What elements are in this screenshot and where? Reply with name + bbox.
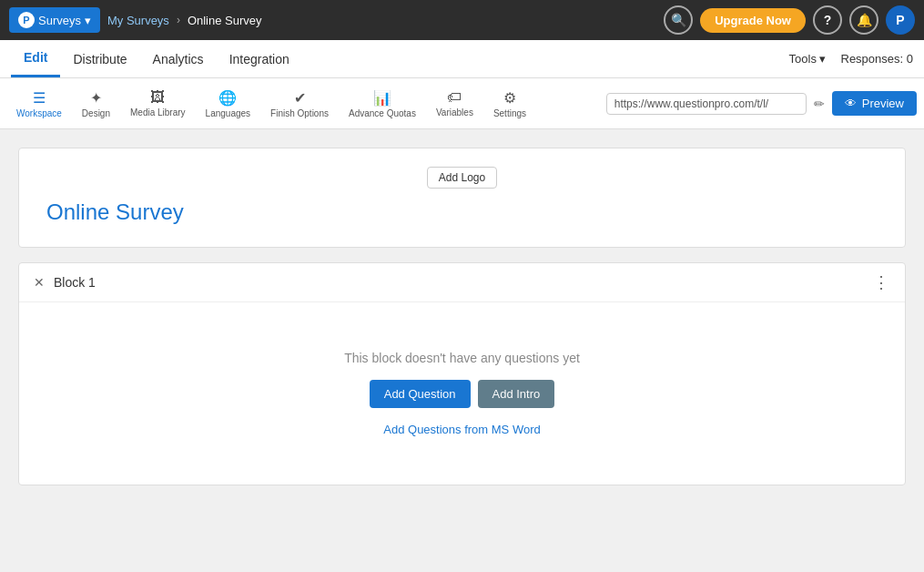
- help-icon: ?: [824, 13, 832, 27]
- top-nav-left: P Surveys ▾ My Surveys › Online Survey: [9, 7, 262, 33]
- finish-options-icon: ✔: [294, 89, 306, 107]
- responses-count: Responses: 0: [841, 52, 914, 66]
- block-header-left: ✕ Block 1: [34, 275, 96, 290]
- settings-icon: ⚙: [503, 89, 516, 107]
- languages-icon: 🌐: [218, 89, 237, 107]
- toolbar-right: ✏ 👁 Preview: [606, 91, 917, 116]
- design-label: Design: [82, 108, 110, 118]
- tab-analytics[interactable]: Analytics: [140, 40, 217, 77]
- dropdown-arrow-icon: ▾: [85, 14, 91, 27]
- help-button[interactable]: ?: [813, 5, 842, 35]
- eye-icon: 👁: [845, 97, 857, 110]
- add-intro-button[interactable]: Add Intro: [478, 380, 555, 408]
- tools-button[interactable]: Tools ▾: [789, 52, 827, 66]
- surveys-dropdown-button[interactable]: P Surveys ▾: [9, 7, 100, 33]
- empty-block-message: This block doesn't have any questions ye…: [344, 351, 580, 365]
- second-nav-right: Tools ▾ Responses: 0: [789, 52, 913, 66]
- settings-label: Settings: [493, 108, 526, 118]
- tab-distribute[interactable]: Distribute: [60, 40, 139, 77]
- bell-icon: 🔔: [857, 13, 872, 27]
- surveys-logo: P: [18, 12, 35, 28]
- search-button[interactable]: 🔍: [664, 5, 693, 35]
- preview-label: Preview: [862, 97, 904, 110]
- survey-url-input[interactable]: [606, 93, 807, 115]
- collapse-icon[interactable]: ✕: [34, 275, 45, 290]
- toolbar-variables[interactable]: 🏷 Variables: [427, 86, 482, 121]
- toolbar-design[interactable]: ✦ Design: [73, 86, 119, 122]
- toolbar-advance-quotas[interactable]: 📊 Advance Quotas: [340, 86, 425, 122]
- second-navbar: Edit Distribute Analytics Integration To…: [0, 40, 924, 78]
- edit-url-button[interactable]: ✏: [814, 97, 825, 111]
- block-card: ✕ Block 1 ⋮ This block doesn't have any …: [18, 262, 906, 485]
- pencil-icon: ✏: [814, 97, 825, 111]
- add-from-word-link[interactable]: Add Questions from MS Word: [383, 423, 540, 436]
- media-library-icon: 🖼: [150, 89, 165, 106]
- toolbar-items: ☰ Workspace ✦ Design 🖼 Media Library 🌐 L…: [7, 86, 535, 122]
- add-question-button[interactable]: Add Question: [370, 380, 471, 408]
- block-title: Block 1: [54, 275, 96, 290]
- toolbar-finish-options[interactable]: ✔ Finish Options: [261, 86, 338, 122]
- toolbar: ☰ Workspace ✦ Design 🖼 Media Library 🌐 L…: [0, 78, 924, 129]
- toolbar-settings[interactable]: ⚙ Settings: [484, 86, 535, 122]
- top-navbar: P Surveys ▾ My Surveys › Online Survey 🔍…: [0, 0, 924, 40]
- design-icon: ✦: [90, 89, 102, 107]
- my-surveys-breadcrumb[interactable]: My Surveys: [107, 14, 169, 27]
- search-icon: 🔍: [671, 13, 686, 27]
- nav-tabs: Edit Distribute Analytics Integration: [11, 40, 302, 77]
- block-header: ✕ Block 1 ⋮: [19, 263, 905, 302]
- variables-label: Variables: [436, 107, 473, 117]
- variables-icon: 🏷: [447, 89, 462, 106]
- add-logo-button[interactable]: Add Logo: [427, 167, 497, 189]
- profile-avatar[interactable]: P: [886, 5, 915, 35]
- notifications-button[interactable]: 🔔: [849, 5, 878, 35]
- media-library-label: Media Library: [130, 107, 186, 117]
- survey-title: Online Survey: [46, 199, 878, 225]
- toolbar-workspace[interactable]: ☰ Workspace: [7, 86, 71, 122]
- advance-quotas-label: Advance Quotas: [349, 108, 416, 118]
- main-content: Add Logo Online Survey ✕ Block 1 ⋮ This …: [0, 129, 924, 572]
- toolbar-languages[interactable]: 🌐 Languages: [197, 86, 260, 122]
- surveys-label: Surveys: [38, 14, 81, 27]
- survey-header-card: Add Logo Online Survey: [18, 148, 906, 248]
- tab-integration[interactable]: Integration: [217, 40, 302, 77]
- workspace-icon: ☰: [33, 89, 46, 107]
- toolbar-media-library[interactable]: 🖼 Media Library: [121, 86, 195, 121]
- workspace-label: Workspace: [16, 108, 62, 118]
- advance-quotas-icon: 📊: [373, 89, 391, 107]
- upgrade-button[interactable]: Upgrade Now: [700, 8, 806, 33]
- current-survey-breadcrumb: Online Survey: [188, 14, 262, 27]
- block-actions: Add Question Add Intro: [370, 380, 555, 408]
- block-content: This block doesn't have any questions ye…: [19, 302, 905, 485]
- breadcrumb-separator: ›: [177, 14, 180, 26]
- finish-options-label: Finish Options: [270, 108, 329, 118]
- languages-label: Languages: [206, 108, 251, 118]
- tab-edit[interactable]: Edit: [11, 40, 60, 77]
- block-menu-button[interactable]: ⋮: [873, 272, 890, 292]
- preview-button[interactable]: 👁 Preview: [832, 91, 917, 116]
- top-nav-right: 🔍 Upgrade Now ? 🔔 P: [664, 5, 915, 35]
